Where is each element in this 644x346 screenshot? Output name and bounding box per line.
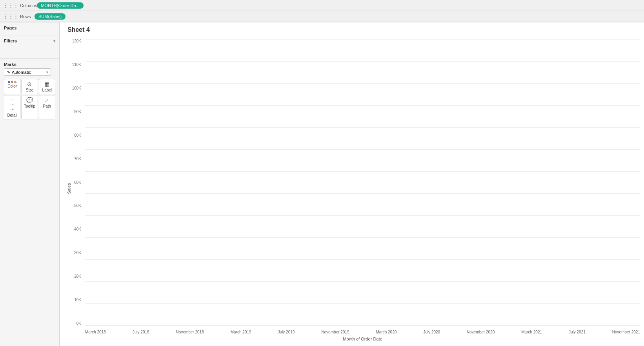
line-chart-svg (85, 39, 640, 326)
x-axis-label: Month of Order Date (85, 337, 640, 341)
label-icon: ▦ (44, 81, 49, 87)
rows-label: ⋮⋮⋮ Rows (3, 13, 35, 19)
size-icon: ⊙ (27, 81, 32, 87)
chart-svg-container (85, 39, 640, 326)
color-icon (8, 81, 16, 83)
label-button[interactable]: ▦ Label (39, 79, 55, 94)
columns-pill[interactable]: MONTH(Order Da... (37, 2, 83, 9)
rows-pill[interactable]: SUM(Sales) (35, 13, 65, 20)
path-icon: ⟋ (44, 97, 50, 103)
detail-button[interactable]: ⋯⋯⋯ Detail (4, 95, 20, 119)
filters-collapse[interactable]: ▾ (53, 39, 55, 43)
tooltip-button[interactable]: 💬 Tooltip (21, 95, 38, 119)
color-button[interactable]: Color (4, 79, 20, 94)
rows-icon: ⋮⋮⋮ (3, 13, 18, 19)
filters-section: Filters ▾ (0, 35, 59, 59)
rows-shelf: ⋮⋮⋮ Rows SUM(Sales) (0, 11, 644, 22)
columns-shelf: ⋮⋮⋮ Columns MONTH(Order Da... (0, 0, 644, 11)
y-axis-ticks: 0K 10K 20K 30K 40K 50K 60K 70K 80K 90K 1… (67, 39, 83, 326)
marks-title: Marks (4, 62, 55, 67)
path-button[interactable]: ⟋ Path (39, 95, 55, 119)
marks-grid: Color ⊙ Size ▦ Label ⋯⋯⋯ Detail 💬 Toolti… (4, 79, 55, 119)
pages-title: Pages (4, 26, 55, 30)
detail-icon: ⋯⋯⋯ (10, 97, 15, 112)
chart-area: Sheet 4 Sales 0K 10K 20K 30K 40K 50K 60K… (60, 22, 644, 346)
left-panel: Pages Filters ▾ Marks ∿ Automatic ▾ (0, 22, 60, 346)
x-axis-ticks: March 2018 July 2018 November 2018 March… (85, 330, 640, 334)
size-button[interactable]: ⊙ Size (21, 79, 38, 94)
pages-section: Pages (0, 22, 59, 35)
sales-line (85, 50, 640, 315)
marks-section: Marks ∿ Automatic ▾ Color ⊙ Si (0, 59, 59, 346)
marks-type-dropdown[interactable]: ∿ Automatic ▾ (4, 68, 55, 76)
columns-label: ⋮⋮⋮ Columns (3, 2, 37, 8)
sheet-title: Sheet 4 (60, 22, 644, 35)
y-axis-label: Sales (67, 183, 71, 194)
tooltip-icon: 💬 (26, 97, 33, 103)
main-area: Pages Filters ▾ Marks ∿ Automatic ▾ (0, 22, 644, 346)
filters-title: Filters ▾ (4, 38, 55, 43)
columns-icon: ⋮⋮⋮ (3, 2, 18, 8)
shelf-area: ⋮⋮⋮ Columns MONTH(Order Da... ⋮⋮⋮ Rows S… (0, 0, 644, 22)
